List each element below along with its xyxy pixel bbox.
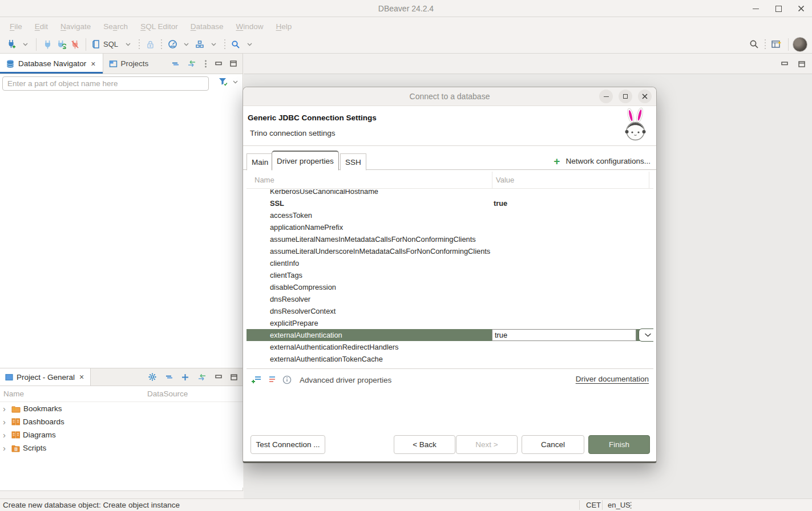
finish-button[interactable]: Finish xyxy=(588,435,650,454)
search-icon xyxy=(231,40,240,49)
dialog-maximize-button[interactable] xyxy=(619,90,632,103)
tree-chevron-icon[interactable]: › xyxy=(3,444,9,452)
tab-driver-properties[interactable]: Driver properties xyxy=(272,151,339,171)
disconnect-button[interactable] xyxy=(68,37,82,52)
sql-editor-button[interactable]: SQL xyxy=(90,37,121,52)
column-name[interactable]: Name xyxy=(3,390,24,398)
network-configurations-button[interactable]: + Network configurations... xyxy=(554,156,651,167)
menu-file[interactable]: File xyxy=(3,22,29,31)
collapse-all-icon[interactable] xyxy=(165,374,173,380)
menu-navigate[interactable]: Navigate xyxy=(54,22,97,31)
value-dropdown-button[interactable] xyxy=(639,328,653,342)
tree-chevron-icon[interactable]: › xyxy=(3,431,9,439)
table-row[interactable]: dnsResolver xyxy=(247,293,653,305)
table-row[interactable]: KerberosUseCanonicalHostname xyxy=(247,189,653,197)
menu-search[interactable]: Search xyxy=(97,22,134,31)
back-button[interactable]: < Back xyxy=(394,435,455,454)
table-row[interactable]: explicitPrepare xyxy=(247,317,653,329)
tab-close-button[interactable]: × xyxy=(78,372,85,382)
cancel-button[interactable]: Cancel xyxy=(522,435,584,454)
tree-item-diagrams[interactable]: › Diagrams xyxy=(0,428,243,441)
window-close-button[interactable] xyxy=(795,2,807,15)
sql-editor-dropdown[interactable] xyxy=(121,37,135,52)
object-filter-input[interactable] xyxy=(2,76,209,91)
tree-item-scripts[interactable]: › Scripts xyxy=(0,441,243,455)
expand-all-icon[interactable] xyxy=(181,374,189,381)
table-row[interactable]: externalAuthenticationTokenCache xyxy=(247,353,653,365)
minimize-panel-icon[interactable] xyxy=(781,62,788,66)
collapse-all-icon[interactable] xyxy=(172,61,179,67)
chevron-down-icon[interactable] xyxy=(233,80,238,84)
table-row[interactable]: SSLtrue xyxy=(247,197,653,209)
tree-chevron-icon[interactable]: › xyxy=(3,417,9,426)
minimize-panel-icon[interactable] xyxy=(215,62,222,66)
table-row[interactable]: dnsResolverContext xyxy=(247,305,653,317)
table-row[interactable]: assumeLiteralUnderscoreInMetadataCallsFo… xyxy=(247,245,653,257)
connect-button[interactable] xyxy=(41,37,54,52)
perspective-button[interactable] xyxy=(769,37,784,52)
gear-icon[interactable] xyxy=(148,372,157,382)
table-row[interactable]: clientInfo xyxy=(247,257,653,269)
menu-sql-editor[interactable]: SQL Editor xyxy=(134,22,184,31)
maximize-panel-icon[interactable] xyxy=(230,60,237,67)
search-dropdown[interactable] xyxy=(243,37,256,52)
table-row[interactable]: accessToken xyxy=(247,209,653,221)
dashboard-button[interactable] xyxy=(165,37,179,52)
dashboard-dropdown[interactable] xyxy=(179,37,193,52)
view-menu-icon[interactable] xyxy=(204,60,207,68)
tasks-dropdown[interactable] xyxy=(207,37,220,52)
search-button[interactable] xyxy=(229,37,243,52)
table-row-selected[interactable]: externalAuthentication xyxy=(247,329,653,341)
status-timezone[interactable]: CET xyxy=(586,501,601,509)
tab-project-general[interactable]: Project - General × xyxy=(0,368,91,386)
property-value-input[interactable] xyxy=(492,329,636,341)
tab-ssh[interactable]: SSH xyxy=(340,153,366,171)
tree-item-bookmarks[interactable]: › Bookmarks xyxy=(0,402,243,415)
dialog-minimize-button[interactable] xyxy=(599,90,613,103)
column-value[interactable]: Value xyxy=(496,176,514,184)
user-avatar[interactable] xyxy=(793,37,807,52)
maximize-panel-icon[interactable] xyxy=(798,61,805,67)
minimize-panel-icon[interactable] xyxy=(215,375,222,379)
global-search-button[interactable] xyxy=(747,37,761,52)
test-connection-button[interactable]: Test Connection ... xyxy=(251,435,325,454)
tree-item-dashboards[interactable]: › Dashboards xyxy=(0,415,243,428)
table-row[interactable]: extraCredentials xyxy=(247,365,653,369)
table-row[interactable]: clientTags xyxy=(247,269,653,281)
tree-chevron-icon[interactable]: › xyxy=(3,404,9,413)
driver-documentation-link[interactable]: Driver documentation xyxy=(576,375,649,383)
table-row[interactable]: assumeLiteralNamesInMetadataCallsForNonC… xyxy=(247,233,653,245)
menu-help[interactable]: Help xyxy=(270,22,298,31)
tab-main[interactable]: Main xyxy=(247,153,273,171)
link-with-editor-icon[interactable] xyxy=(187,60,196,67)
chevron-down-icon xyxy=(644,333,652,337)
network-configurations-label: Network configurations... xyxy=(565,157,651,165)
menu-database[interactable]: Database xyxy=(184,22,230,31)
maximize-panel-icon[interactable] xyxy=(231,374,237,380)
tab-projects[interactable]: Projects xyxy=(103,54,155,74)
commit-mode-button[interactable] xyxy=(143,37,157,52)
tasks-button[interactable] xyxy=(193,37,207,52)
filter-funnel-icon[interactable] xyxy=(219,78,228,86)
reconnect-button[interactable] xyxy=(54,37,68,52)
tab-database-navigator[interactable]: Database Navigator × xyxy=(0,54,103,74)
add-property-icon[interactable] xyxy=(252,375,261,384)
window-maximize-button[interactable] xyxy=(772,2,785,15)
table-row[interactable]: applicationNamePrefix xyxy=(247,221,653,233)
remove-property-icon[interactable] xyxy=(267,375,277,384)
window-minimize-button[interactable] xyxy=(749,2,762,15)
dialog-close-button[interactable] xyxy=(638,90,652,103)
toolbar-separator xyxy=(86,38,86,51)
table-row[interactable]: disableCompression xyxy=(247,281,653,293)
tab-close-button[interactable]: × xyxy=(90,59,96,68)
column-name[interactable]: Name xyxy=(254,176,274,184)
menu-window[interactable]: Window xyxy=(229,22,269,31)
status-locale[interactable]: en_US xyxy=(608,501,631,509)
column-datasource[interactable]: DataSource xyxy=(147,390,188,398)
dialog-titlebar[interactable]: Connect to a database xyxy=(243,87,656,106)
menu-edit[interactable]: Edit xyxy=(29,22,54,31)
table-row[interactable]: externalAuthenticationRedirectHandlers xyxy=(247,341,653,353)
new-connection-button[interactable] xyxy=(5,37,18,52)
link-with-editor-icon[interactable] xyxy=(197,374,207,381)
new-connection-dropdown[interactable] xyxy=(18,37,32,52)
